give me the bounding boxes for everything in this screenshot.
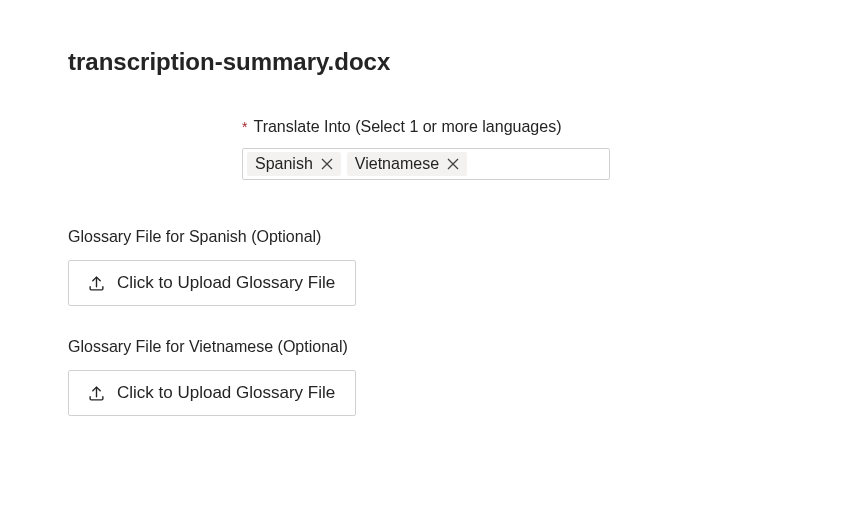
upload-glossary-button-spanish[interactable]: Click to Upload Glossary File — [68, 260, 356, 306]
close-icon[interactable] — [319, 156, 335, 172]
translate-into-field: * Translate Into (Select 1 or more langu… — [242, 118, 867, 180]
translate-into-label-row: * Translate Into (Select 1 or more langu… — [242, 118, 561, 136]
glossary-section-spanish: Glossary File for Spanish (Optional) Cli… — [68, 228, 867, 306]
glossary-label: Glossary File for Spanish (Optional) — [68, 228, 867, 246]
language-tag-label: Spanish — [255, 155, 313, 173]
upload-glossary-button-vietnamese[interactable]: Click to Upload Glossary File — [68, 370, 356, 416]
upload-button-label: Click to Upload Glossary File — [117, 383, 335, 403]
required-asterisk: * — [242, 119, 247, 135]
upload-icon — [87, 274, 105, 292]
close-icon[interactable] — [445, 156, 461, 172]
page-title: transcription-summary.docx — [68, 48, 867, 76]
translate-into-label: Translate Into (Select 1 or more languag… — [253, 118, 561, 136]
glossary-section-vietnamese: Glossary File for Vietnamese (Optional) … — [68, 338, 867, 416]
language-tag-label: Vietnamese — [355, 155, 439, 173]
language-tag-vietnamese: Vietnamese — [347, 152, 467, 176]
upload-button-label: Click to Upload Glossary File — [117, 273, 335, 293]
language-multiselect[interactable]: Spanish Vietnamese — [242, 148, 610, 180]
upload-icon — [87, 384, 105, 402]
language-tag-spanish: Spanish — [247, 152, 341, 176]
glossary-label: Glossary File for Vietnamese (Optional) — [68, 338, 867, 356]
